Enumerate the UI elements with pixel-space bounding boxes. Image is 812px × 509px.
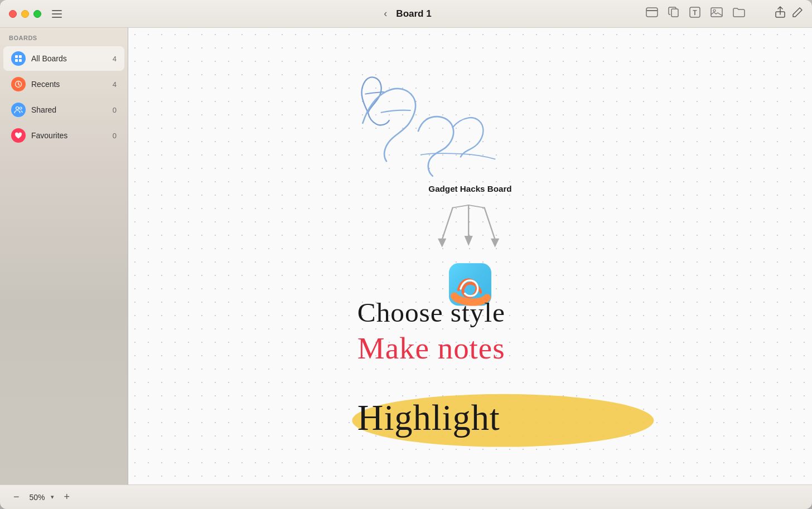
sidebar-item-shared-count: 0	[113, 106, 117, 114]
svg-rect-3	[646, 8, 658, 17]
people-icon	[11, 103, 26, 117]
maximize-button[interactable]	[33, 10, 41, 18]
svg-marker-20	[438, 239, 446, 248]
grid-icon	[11, 51, 26, 66]
svg-rect-13	[15, 59, 18, 62]
svg-rect-4	[646, 10, 658, 11]
close-button[interactable]	[9, 10, 17, 18]
canvas-svg: Free writing Gadget Hacks Board	[128, 28, 812, 484]
minimize-button[interactable]	[21, 10, 29, 18]
svg-line-25	[453, 205, 468, 208]
svg-rect-1	[52, 13, 62, 14]
svg-rect-8	[711, 8, 722, 17]
arrows-group	[438, 205, 499, 248]
highlight-group: Highlight	[352, 394, 654, 447]
svg-line-19	[442, 208, 453, 240]
svg-line-26	[468, 205, 484, 208]
image-icon[interactable]	[710, 7, 723, 20]
edit-icon[interactable]	[792, 7, 803, 21]
svg-point-16	[16, 107, 19, 110]
share-icon[interactable]	[775, 6, 785, 21]
svg-text:Highlight: Highlight	[357, 397, 500, 438]
freewriting-group: Free writing	[336, 49, 495, 176]
svg-rect-12	[19, 55, 22, 58]
back-button[interactable]: ‹	[380, 7, 390, 21]
sidebar-item-all-boards-count: 4	[113, 55, 117, 63]
bottom-bar: − 50% ▾ +	[0, 484, 812, 509]
canvas-area[interactable]: Free writing Gadget Hacks Board	[128, 28, 812, 484]
svg-rect-14	[19, 59, 22, 62]
gadget-hacks-label: Gadget Hacks Board	[428, 184, 511, 193]
folder-icon[interactable]	[733, 7, 745, 20]
titlebar-right	[775, 6, 803, 21]
sidebar-item-recents-count: 4	[113, 80, 117, 89]
sidebar-item-recents-label: Recents	[31, 80, 113, 89]
board-title: Board 1	[396, 8, 431, 20]
titlebar: ‹ Board 1 T	[0, 0, 812, 28]
zoom-value-label: 50%	[30, 493, 45, 502]
titlebar-tools: T	[646, 7, 745, 21]
sidebar-item-shared-label: Shared	[31, 105, 113, 114]
app-window: ‹ Board 1 T	[0, 0, 812, 509]
make-notes-group: Make notes	[357, 331, 505, 365]
svg-point-9	[713, 9, 716, 12]
titlebar-center: ‹ Board 1	[380, 7, 431, 21]
svg-rect-2	[52, 17, 62, 18]
svg-text:T: T	[693, 9, 697, 17]
zoom-dropdown-button[interactable]: ▾	[51, 493, 54, 501]
traffic-lights	[9, 10, 41, 18]
svg-marker-22	[465, 236, 473, 246]
sidebar-item-favourites-count: 0	[113, 132, 117, 140]
zoom-out-button[interactable]: −	[9, 490, 24, 504]
svg-rect-0	[52, 10, 62, 11]
clock-icon	[11, 77, 26, 91]
text-icon[interactable]: T	[689, 7, 700, 21]
sidebar-item-favourites-label: Favourites	[31, 131, 113, 140]
sidebar-item-recents[interactable]: Recents 4	[3, 72, 124, 96]
choose-style-group: Choose style	[357, 297, 505, 328]
zoom-in-button[interactable]: +	[60, 490, 75, 504]
main-content: Boards All Boards 4	[0, 28, 812, 484]
sidebar-item-all-boards[interactable]: All Boards 4	[3, 46, 124, 71]
heart-icon	[11, 128, 26, 143]
sidebar-section-label: Boards	[0, 35, 128, 46]
sidebar-item-all-boards-label: All Boards	[31, 54, 113, 63]
svg-text:Make notes: Make notes	[357, 331, 505, 365]
svg-marker-24	[491, 239, 499, 248]
sidebar-toggle-button[interactable]	[48, 6, 66, 22]
svg-line-23	[485, 208, 495, 240]
svg-text:Choose style: Choose style	[357, 297, 505, 328]
svg-rect-11	[15, 55, 18, 58]
sidebar-item-shared[interactable]: Shared 0	[3, 98, 124, 122]
svg-point-17	[20, 107, 22, 109]
card-icon[interactable]	[646, 7, 658, 20]
sidebar-item-favourites[interactable]: Favourites 0	[3, 123, 124, 148]
sidebar: Boards All Boards 4	[0, 28, 128, 484]
copy-icon[interactable]	[668, 7, 679, 21]
svg-rect-5	[671, 9, 678, 17]
